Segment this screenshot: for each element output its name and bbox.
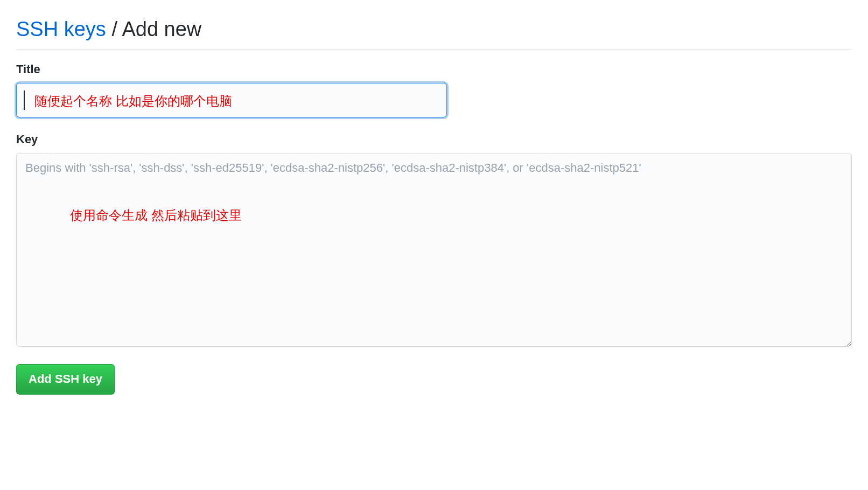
title-form-group: Title 随便起个名称 比如是你的哪个电脑 bbox=[16, 62, 852, 117]
title-label: Title bbox=[16, 62, 852, 76]
key-label: Key bbox=[16, 132, 852, 146]
breadcrumb: SSH keys / Add new bbox=[16, 16, 852, 43]
breadcrumb-separator: / bbox=[106, 18, 122, 40]
title-input-wrapper: 随便起个名称 比如是你的哪个电脑 bbox=[16, 83, 447, 117]
add-ssh-key-button[interactable]: Add SSH key bbox=[16, 364, 115, 394]
key-form-group: Key 使用命令生成 然后粘贴到这里 bbox=[16, 132, 852, 349]
key-textarea[interactable] bbox=[16, 153, 852, 347]
page-header: SSH keys / Add new bbox=[16, 16, 852, 50]
title-input[interactable] bbox=[16, 83, 447, 117]
page-title: Add new bbox=[122, 18, 201, 40]
text-cursor bbox=[24, 90, 25, 110]
ssh-keys-link[interactable]: SSH keys bbox=[16, 18, 106, 40]
key-textarea-wrapper: 使用命令生成 然后粘贴到这里 bbox=[16, 153, 852, 349]
